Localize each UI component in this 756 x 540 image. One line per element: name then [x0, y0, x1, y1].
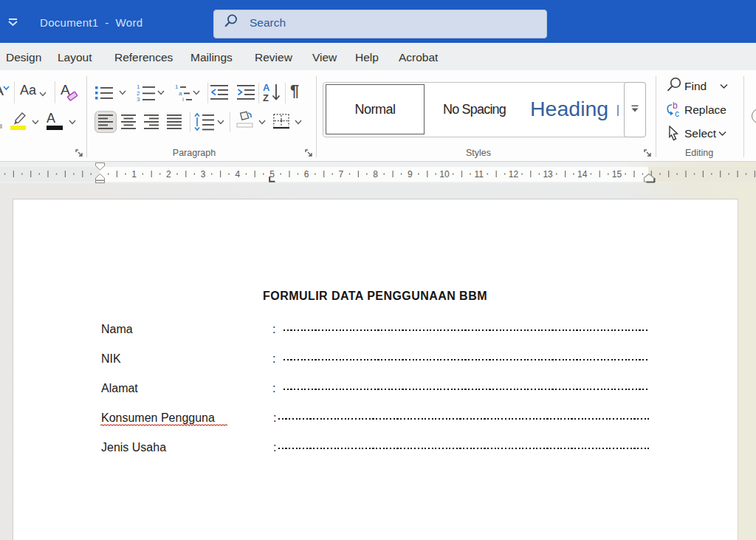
svg-text:3: 3	[201, 169, 206, 180]
svg-text:11: 11	[474, 169, 484, 180]
svg-text:4: 4	[235, 169, 240, 180]
svg-text:10: 10	[439, 169, 450, 180]
svg-text:14: 14	[577, 169, 588, 180]
svg-text:1: 1	[131, 169, 137, 180]
svg-text:12: 12	[509, 169, 519, 180]
svg-text:9: 9	[408, 169, 413, 180]
svg-text:7: 7	[339, 169, 344, 180]
svg-text:2: 2	[166, 169, 171, 180]
svg-text:6: 6	[304, 169, 309, 180]
svg-text:8: 8	[373, 169, 378, 180]
svg-text:13: 13	[543, 169, 553, 180]
svg-text:15: 15	[612, 169, 622, 180]
